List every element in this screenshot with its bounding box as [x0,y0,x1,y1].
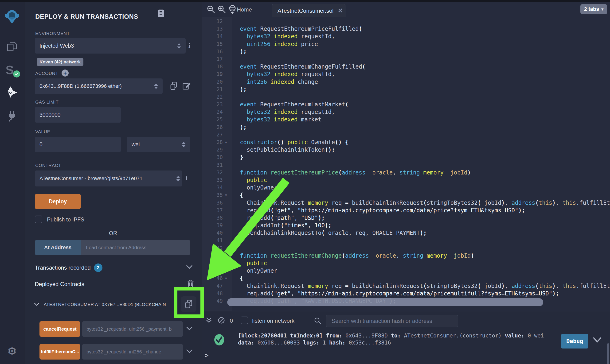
fulfill-expand-chevron-icon[interactable] [186,349,193,353]
file-explorer-icon[interactable] [0,40,24,52]
fulfill-ethereum-change-params-input[interactable] [82,344,183,360]
code-line[interactable]: 30 } [202,154,610,161]
sign-message-icon[interactable] [182,82,191,90]
code-line[interactable]: 23 event RequestEthereumLastMarket( [202,101,610,108]
clear-console-ban-icon[interactable] [218,317,225,324]
at-address-input[interactable] [81,240,190,255]
code-line[interactable]: 25 bytes32 indexed market [202,116,610,123]
code-lines[interactable]: 1213 event RequestEthereumPriceFulfilled… [202,18,610,305]
code-line[interactable]: 17 [202,55,610,63]
cancel-request-params-input[interactable] [82,321,183,337]
deploy-run-icon[interactable] [0,86,24,99]
value-input[interactable] [35,137,121,152]
value-unit-select[interactable]: wei [127,137,190,152]
code-line[interactable]: 33 public [202,176,610,184]
code-line[interactable]: 34 onlyOwner [202,184,610,191]
code-line[interactable]: 43 function requestEthereumChange(addres… [202,252,610,260]
environment-value: Injected Web3 [40,43,175,49]
code-line[interactable]: 41 } [202,237,610,244]
code-editor: Home ATestnetConsumer.sol ✕ 2 tabs ▾ 121… [202,2,610,311]
environment-select[interactable]: Injected Web3 [35,38,186,53]
stepper-icon [154,84,158,89]
listen-network-checkbox[interactable] [241,317,248,324]
fold-marker-icon[interactable]: ▾ [225,191,231,199]
terminal-prompt[interactable]: > [205,352,209,359]
listen-network-label: listen on network [252,317,294,324]
copy-contract-button[interactable] [181,296,197,312]
copy-account-icon[interactable] [170,81,178,91]
zoom-out-icon[interactable] [207,5,215,14]
code-line[interactable]: 21 ); [202,86,610,93]
code-line[interactable]: 22 [202,93,610,101]
fold-marker-icon[interactable]: ▾ [225,139,231,146]
tab-close-icon[interactable]: ✕ [338,7,343,14]
code-line[interactable]: 35▾ { [202,191,610,199]
debug-button[interactable]: Debug [561,334,588,349]
code-line[interactable]: 45 onlyOwner [202,267,610,274]
code-line[interactable]: 14 bytes32 indexed requestId, [202,33,610,40]
code-line[interactable]: 28▾ constructor() public Ownable() { [202,139,610,146]
tab-home[interactable]: Home [237,2,252,17]
code-line[interactable]: 24 bytes32 indexed requestId, [202,108,610,116]
code-line[interactable]: 13 event RequestEthereumPriceFulfilled( [202,25,610,33]
value-unit: wei [132,141,180,148]
code-line[interactable]: 15 uint256 indexed price [202,40,610,48]
terminal-scrollbar[interactable] [607,343,609,364]
zoom-in-icon[interactable] [218,5,226,14]
code-line[interactable]: 31 [202,161,610,169]
code-line[interactable]: 26 ); [202,124,610,131]
tabs-dropdown-button[interactable]: 2 tabs ▾ [580,4,607,14]
horizontal-scrollbar[interactable] [227,298,543,306]
code-line[interactable]: 38 req.add("path", "USD"); [202,214,610,222]
contract-select[interactable]: ATestnetConsumer - browser/gists/9b71e07… [35,170,182,186]
deployed-contract-title[interactable]: ATESTNETCONSUMER AT 0X7E7...E80D1 (BLOCK… [44,302,180,307]
code-line[interactable]: 19 bytes32 indexed requestId, [202,70,610,78]
transactions-chevron-down-icon[interactable] [186,265,193,269]
code-line[interactable]: 40 sendChainlinkRequestTo(_oracle, req, … [202,229,610,237]
code-line[interactable]: 46▾ { [202,274,610,282]
terminal-search-input[interactable] [326,315,458,327]
code-line[interactable]: 36 Chainlink.Request memory req = buildC… [202,199,610,207]
doc-icon[interactable] [158,9,164,17]
create-account-icon[interactable]: + [62,69,69,77]
fold-marker-icon[interactable]: ▾ [225,274,231,282]
code-line[interactable]: 12 [202,18,610,25]
code-line[interactable]: 16 ); [202,48,610,55]
gas-limit-label: GAS LIMIT [35,100,58,105]
terminal-log-line[interactable]: [block:20780401 txIndex:0] from: 0x643..… [238,332,544,339]
publish-ipfs-label: Publish to IPFS [47,217,84,223]
code-line[interactable]: 37 req.add("get", "https://min-api.crypt… [202,207,610,214]
account-select[interactable]: 0x643...9F88D (1.666673996 ether) [35,78,163,94]
terminal-log-line[interactable]: data: 0x608...60033 logs: 1 hash: 0x53c.… [238,339,544,346]
code-line[interactable]: 48 req.add("get", "https://min-api.crypt… [202,290,610,297]
publish-ipfs-checkbox[interactable] [35,216,42,223]
deploy-button[interactable]: Deploy [35,194,81,209]
environment-info-icon[interactable]: i [188,42,190,49]
plugin-manager-icon[interactable] [0,110,24,122]
code-line[interactable]: 42 [202,245,610,252]
code-line[interactable]: 20 int256 indexed change [202,78,610,86]
code-line[interactable]: 27 [202,131,610,139]
code-line[interactable]: 18 event RequestEthereumChangeFulfilled( [202,63,610,70]
contract-info-icon[interactable]: i [186,174,187,182]
tx-success-check-icon [214,334,225,346]
settings-gear-icon[interactable]: ⚙ [0,346,24,356]
terminal-collapse-icon[interactable] [206,317,212,324]
contract-expand-chevron-icon[interactable] [34,302,40,306]
terminal-log-lines[interactable]: [block:20780401 txIndex:0] from: 0x643..… [238,332,544,346]
fulfill-ethereum-change-button[interactable]: fulfillEthereumC... [40,344,80,360]
at-address-button[interactable]: At Address [35,240,81,255]
code-line[interactable]: 39 req.addInt("times", 100); [202,222,610,229]
code-line[interactable]: 47 Chainlink.Request memory req = buildC… [202,282,610,290]
tab-atestnetconsumer[interactable]: ATestnetConsumer.sol ✕ [272,4,345,17]
code-line[interactable]: 29 setPublicChainlinkToken(); [202,146,610,154]
code-line[interactable]: 44 public [202,260,610,267]
solidity-compiler-icon[interactable]: S [0,63,24,77]
gas-limit-input[interactable] [35,107,121,123]
remix-home-icon[interactable] [228,5,236,14]
clear-deployed-trash-icon[interactable] [186,279,195,288]
cancel-request-button[interactable]: cancelRequest [40,321,80,337]
log-expand-chevron-icon[interactable] [593,337,602,343]
cancel-request-expand-chevron-icon[interactable] [186,326,193,331]
code-line[interactable]: 32 function requestEthereumPrice(address… [202,169,610,176]
